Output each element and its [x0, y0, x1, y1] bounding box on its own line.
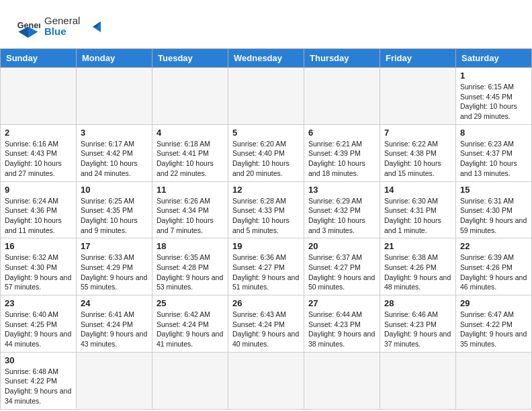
day-info: Sunrise: 6:30 AM Sunset: 4:31 PM Dayligh…	[384, 196, 451, 236]
day-number: 12	[232, 185, 300, 195]
day-info: Sunrise: 6:16 AM Sunset: 4:43 PM Dayligh…	[5, 139, 72, 179]
week-row-3: 16Sunrise: 6:32 AM Sunset: 4:30 PM Dayli…	[1, 238, 532, 295]
week-row-1: 2Sunrise: 6:16 AM Sunset: 4:43 PM Daylig…	[1, 124, 532, 181]
day-cell	[77, 68, 152, 125]
day-info: Sunrise: 6:26 AM Sunset: 4:34 PM Dayligh…	[157, 196, 224, 236]
day-number: 1	[460, 71, 527, 81]
weekday-wednesday: Wednesday	[228, 49, 304, 68]
day-info: Sunrise: 6:42 AM Sunset: 4:24 PM Dayligh…	[157, 310, 224, 349]
day-info: Sunrise: 6:25 AM Sunset: 4:35 PM Dayligh…	[81, 196, 148, 236]
day-info: Sunrise: 6:39 AM Sunset: 4:26 PM Dayligh…	[460, 253, 527, 292]
day-cell: 9Sunrise: 6:24 AM Sunset: 4:36 PM Daylig…	[1, 181, 77, 238]
day-number: 29	[460, 298, 527, 308]
weekday-monday: Monday	[77, 49, 152, 68]
calendar-header: SundayMondayTuesdayWednesdayThursdayFrid…	[1, 49, 532, 68]
day-number: 9	[5, 185, 72, 195]
day-number: 15	[460, 185, 527, 195]
day-cell: 2Sunrise: 6:16 AM Sunset: 4:43 PM Daylig…	[1, 124, 77, 181]
day-number: 14	[384, 185, 451, 195]
day-cell: 8Sunrise: 6:23 AM Sunset: 4:37 PM Daylig…	[456, 124, 532, 181]
day-cell: 24Sunrise: 6:41 AM Sunset: 4:24 PM Dayli…	[77, 295, 152, 353]
day-cell: 23Sunrise: 6:40 AM Sunset: 4:25 PM Dayli…	[1, 295, 77, 353]
weekday-saturday: Saturday	[456, 49, 532, 68]
day-cell: 15Sunrise: 6:31 AM Sunset: 4:30 PM Dayli…	[456, 181, 532, 238]
day-info: Sunrise: 6:37 AM Sunset: 4:27 PM Dayligh…	[308, 253, 375, 292]
day-number: 10	[81, 185, 148, 195]
day-info: Sunrise: 6:24 AM Sunset: 4:36 PM Dayligh…	[5, 196, 72, 236]
day-cell	[152, 68, 228, 125]
day-cell	[304, 352, 380, 409]
weekday-friday: Friday	[380, 49, 456, 68]
svg-text:Blue: Blue	[44, 26, 66, 37]
week-row-2: 9Sunrise: 6:24 AM Sunset: 4:36 PM Daylig…	[1, 181, 532, 238]
day-cell: 14Sunrise: 6:30 AM Sunset: 4:31 PM Dayli…	[380, 181, 456, 238]
day-cell: 16Sunrise: 6:32 AM Sunset: 4:30 PM Dayli…	[1, 238, 77, 295]
day-info: Sunrise: 6:22 AM Sunset: 4:38 PM Dayligh…	[384, 139, 451, 179]
day-info: Sunrise: 6:20 AM Sunset: 4:40 PM Dayligh…	[232, 139, 300, 179]
day-cell: 27Sunrise: 6:44 AM Sunset: 4:23 PM Dayli…	[304, 295, 380, 353]
day-info: Sunrise: 6:35 AM Sunset: 4:28 PM Dayligh…	[157, 253, 224, 292]
day-cell	[1, 68, 77, 125]
week-row-0: 1Sunrise: 6:15 AM Sunset: 4:45 PM Daylig…	[1, 68, 532, 125]
day-number: 21	[384, 241, 451, 251]
logo-text: General Blue	[44, 12, 105, 42]
day-info: Sunrise: 6:48 AM Sunset: 4:22 PM Dayligh…	[5, 367, 72, 406]
day-number: 4	[157, 128, 224, 138]
day-cell: 26Sunrise: 6:43 AM Sunset: 4:24 PM Dayli…	[228, 295, 304, 353]
day-info: Sunrise: 6:47 AM Sunset: 4:22 PM Dayligh…	[460, 310, 527, 349]
day-cell	[456, 352, 532, 409]
day-info: Sunrise: 6:40 AM Sunset: 4:25 PM Dayligh…	[5, 310, 72, 349]
day-number: 24	[81, 298, 148, 308]
day-cell	[152, 352, 228, 409]
day-number: 16	[5, 241, 72, 251]
day-info: Sunrise: 6:17 AM Sunset: 4:42 PM Dayligh…	[81, 139, 148, 179]
day-number: 19	[232, 241, 300, 251]
logo: General General Blue	[16, 12, 105, 42]
day-info: Sunrise: 6:33 AM Sunset: 4:29 PM Dayligh…	[81, 253, 148, 292]
day-number: 6	[308, 128, 375, 138]
day-cell: 19Sunrise: 6:36 AM Sunset: 4:27 PM Dayli…	[228, 238, 304, 295]
day-cell: 12Sunrise: 6:28 AM Sunset: 4:33 PM Dayli…	[228, 181, 304, 238]
day-cell: 11Sunrise: 6:26 AM Sunset: 4:34 PM Dayli…	[152, 181, 228, 238]
day-number: 7	[384, 128, 451, 138]
week-row-4: 23Sunrise: 6:40 AM Sunset: 4:25 PM Dayli…	[1, 295, 532, 353]
day-cell	[304, 68, 380, 125]
day-cell: 25Sunrise: 6:42 AM Sunset: 4:24 PM Dayli…	[152, 295, 228, 353]
day-info: Sunrise: 6:15 AM Sunset: 4:45 PM Dayligh…	[460, 82, 527, 122]
day-number: 13	[308, 185, 375, 195]
day-info: Sunrise: 6:23 AM Sunset: 4:37 PM Dayligh…	[460, 139, 527, 179]
day-cell: 7Sunrise: 6:22 AM Sunset: 4:38 PM Daylig…	[380, 124, 456, 181]
weekday-row: SundayMondayTuesdayWednesdayThursdayFrid…	[1, 49, 532, 68]
day-number: 28	[384, 298, 451, 308]
day-cell: 29Sunrise: 6:47 AM Sunset: 4:22 PM Dayli…	[456, 295, 532, 353]
page-header: General General Blue	[0, 0, 532, 48]
day-number: 3	[81, 128, 148, 138]
day-info: Sunrise: 6:44 AM Sunset: 4:23 PM Dayligh…	[308, 310, 375, 349]
weekday-tuesday: Tuesday	[152, 49, 228, 68]
week-row-5: 30Sunrise: 6:48 AM Sunset: 4:22 PM Dayli…	[1, 352, 532, 409]
day-number: 25	[157, 298, 224, 308]
day-info: Sunrise: 6:36 AM Sunset: 4:27 PM Dayligh…	[232, 253, 300, 292]
day-cell: 6Sunrise: 6:21 AM Sunset: 4:39 PM Daylig…	[304, 124, 380, 181]
svg-text:General: General	[44, 15, 80, 26]
day-cell	[77, 352, 152, 409]
weekday-thursday: Thursday	[304, 49, 380, 68]
day-cell: 1Sunrise: 6:15 AM Sunset: 4:45 PM Daylig…	[456, 68, 532, 125]
day-info: Sunrise: 6:46 AM Sunset: 4:23 PM Dayligh…	[384, 310, 451, 349]
day-number: 8	[460, 128, 527, 138]
day-cell: 17Sunrise: 6:33 AM Sunset: 4:29 PM Dayli…	[77, 238, 152, 295]
day-number: 17	[81, 241, 148, 251]
day-info: Sunrise: 6:43 AM Sunset: 4:24 PM Dayligh…	[232, 310, 300, 349]
day-info: Sunrise: 6:29 AM Sunset: 4:32 PM Dayligh…	[308, 196, 375, 236]
day-cell: 28Sunrise: 6:46 AM Sunset: 4:23 PM Dayli…	[380, 295, 456, 353]
day-info: Sunrise: 6:41 AM Sunset: 4:24 PM Dayligh…	[81, 310, 148, 349]
day-cell	[228, 352, 304, 409]
weekday-sunday: Sunday	[1, 49, 77, 68]
day-info: Sunrise: 6:38 AM Sunset: 4:26 PM Dayligh…	[384, 253, 451, 292]
logo-icon: General	[16, 15, 40, 39]
day-number: 18	[157, 241, 224, 251]
day-number: 11	[157, 185, 224, 195]
day-number: 2	[5, 128, 72, 138]
day-info: Sunrise: 6:31 AM Sunset: 4:30 PM Dayligh…	[460, 196, 527, 236]
day-cell	[380, 68, 456, 125]
